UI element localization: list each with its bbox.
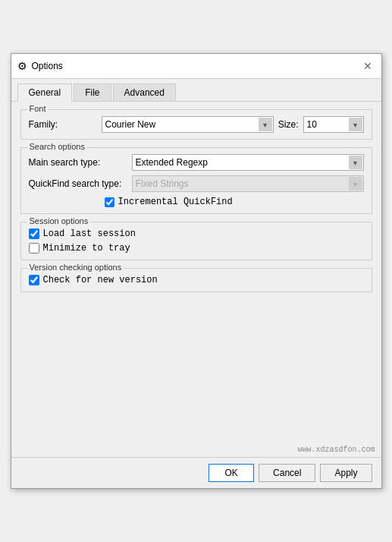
size-label: Size: bbox=[278, 119, 299, 130]
font-family-row: Family: Courier New Arial Times New Roma… bbox=[29, 116, 364, 133]
window-title: Options bbox=[32, 61, 63, 71]
tab-content: Font Family: Courier New Arial Times New… bbox=[11, 102, 381, 444]
quickfind-row: QuickFind search type: Fixed Strings Ext… bbox=[29, 175, 364, 192]
titlebar-left: ⚙ Options bbox=[17, 60, 63, 72]
minimize-tray-row: Minimize to tray bbox=[29, 243, 364, 254]
quickfind-select[interactable]: Fixed Strings Extended Regexp bbox=[132, 175, 364, 192]
main-search-select[interactable]: Extended Regexp Fixed Strings Basic Rege… bbox=[132, 154, 364, 171]
search-group-label: Search options bbox=[27, 142, 87, 151]
font-group-label: Font bbox=[27, 104, 49, 113]
quickfind-label: QuickFind search type: bbox=[29, 178, 127, 189]
session-group-label: Session options bbox=[27, 216, 91, 225]
load-last-row: Load last session bbox=[29, 228, 364, 239]
size-select[interactable]: 8 9 10 11 12 14 16 bbox=[303, 116, 364, 133]
version-group: Version checking options Check for new v… bbox=[20, 268, 372, 292]
minimize-tray-checkbox[interactable] bbox=[29, 243, 39, 254]
size-select-wrapper: 8 9 10 11 12 14 16 ▾ bbox=[303, 116, 364, 133]
search-group: Search options Main search type: Extende… bbox=[20, 147, 372, 214]
incremental-checkbox[interactable] bbox=[105, 197, 114, 207]
main-search-label: Main search type: bbox=[29, 157, 127, 168]
close-button[interactable]: ✕ bbox=[360, 58, 375, 74]
tab-file[interactable]: File bbox=[74, 84, 111, 101]
tab-bar: General File Advanced bbox=[11, 79, 381, 102]
check-new-label: Check for new version bbox=[43, 275, 158, 285]
session-group: Session options Load last session Minimi… bbox=[20, 222, 372, 260]
version-group-label: Version checking options bbox=[27, 263, 124, 272]
family-select[interactable]: Courier New Arial Times New Roman Consol… bbox=[102, 116, 274, 133]
main-search-row: Main search type: Extended Regexp Fixed … bbox=[29, 154, 364, 171]
content-spacer bbox=[20, 300, 372, 436]
ok-button[interactable]: OK bbox=[209, 464, 254, 482]
apply-button[interactable]: Apply bbox=[320, 464, 372, 482]
window-icon: ⚙ bbox=[17, 60, 27, 72]
tab-general[interactable]: General bbox=[17, 84, 73, 102]
footer: OK Cancel Apply bbox=[11, 457, 381, 488]
family-select-wrapper: Courier New Arial Times New Roman Consol… bbox=[102, 116, 274, 133]
check-new-row: Check for new version bbox=[29, 275, 364, 285]
minimize-tray-label: Minimize to tray bbox=[43, 243, 130, 254]
titlebar: ⚙ Options ✕ bbox=[11, 54, 381, 79]
check-new-checkbox[interactable] bbox=[29, 275, 39, 285]
main-search-select-wrapper: Extended Regexp Fixed Strings Basic Rege… bbox=[132, 154, 364, 171]
load-last-checkbox[interactable] bbox=[29, 228, 39, 239]
tab-advanced[interactable]: Advanced bbox=[113, 84, 176, 101]
incremental-label: Incremental QuickFind bbox=[118, 197, 233, 207]
cancel-button[interactable]: Cancel bbox=[259, 464, 315, 482]
load-last-label: Load last session bbox=[43, 228, 136, 239]
font-group: Font Family: Courier New Arial Times New… bbox=[20, 109, 372, 140]
quickfind-select-wrapper: Fixed Strings Extended Regexp ▾ bbox=[132, 175, 364, 192]
options-window: ⚙ Options ✕ General File Advanced Font F… bbox=[11, 53, 382, 489]
family-label: Family: bbox=[29, 119, 97, 130]
incremental-row: Incremental QuickFind bbox=[105, 197, 364, 207]
watermark: www.xdzasdfon.com bbox=[11, 444, 381, 457]
